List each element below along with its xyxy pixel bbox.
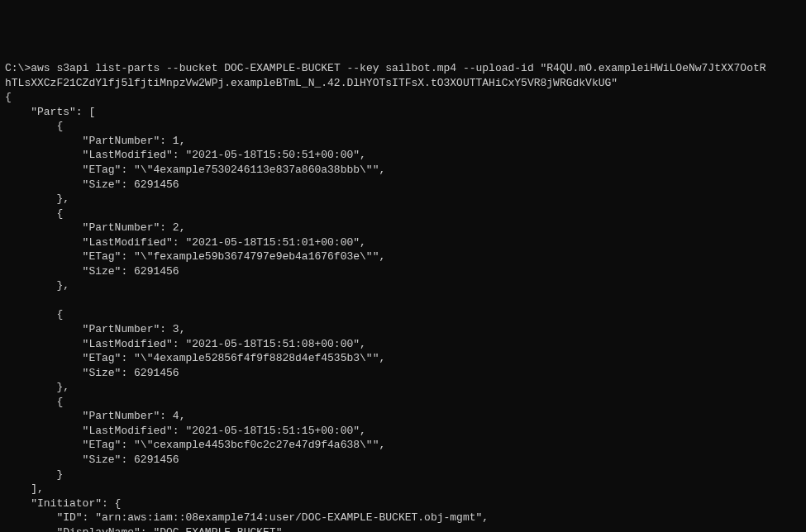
part-number: "PartNumber": 1,	[5, 135, 185, 147]
part-close: },	[5, 279, 69, 292]
prompt: C:\>	[5, 62, 31, 74]
part-open: {	[5, 396, 63, 408]
part-number: "PartNumber": 2,	[5, 221, 185, 234]
initiator-id: "ID": "arn:aws:iam::08example714:user/DO…	[5, 511, 489, 524]
parts-key: "Parts": [	[5, 106, 95, 118]
part-open: {	[5, 120, 63, 132]
part-number: "PartNumber": 4,	[5, 410, 185, 422]
initiator-open: "Initiator": {	[5, 497, 121, 510]
part-lastmodified: "LastModified": "2021-05-18T15:51:08+00:…	[5, 338, 366, 350]
part-lastmodified: "LastModified": "2021-05-18T15:50:51+00:…	[5, 149, 366, 161]
part-size: "Size": 6291456	[5, 367, 179, 379]
part-etag: "ETag": "\"4example52856f4f9f8828d4ef453…	[5, 352, 385, 364]
part-size: "Size": 6291456	[5, 454, 179, 466]
part-lastmodified: "LastModified": "2021-05-18T15:51:01+00:…	[5, 236, 366, 249]
part-etag: "ETag": "\"cexample4453bcf0c2c27e47d9f4a…	[5, 439, 385, 451]
part-size: "Size": 6291456	[5, 265, 179, 278]
parts-close: ],	[5, 482, 44, 495]
part-number: "PartNumber": 3,	[5, 323, 185, 335]
part-close: }	[5, 468, 63, 481]
part-size: "Size": 6291456	[5, 178, 179, 191]
json-open-brace: {	[5, 91, 12, 103]
command-line-1: aws s3api list-parts --bucket DOC-EXAMPL…	[31, 62, 765, 74]
part-open: {	[5, 207, 63, 220]
part-etag: "ETag": "\"4example7530246113e837a860a38…	[5, 164, 385, 176]
part-lastmodified: "LastModified": "2021-05-18T15:51:15+00:…	[5, 425, 366, 437]
part-open: {	[5, 308, 63, 321]
part-close: },	[5, 381, 69, 393]
part-close: },	[5, 192, 69, 205]
part-etag: "ETag": "\"fexample59b3674797e9eb4a1676f…	[5, 250, 385, 263]
initiator-displayname: "DisplayName": "DOC-EXAMPLE-BUCKET"	[5, 526, 282, 532]
terminal-output[interactable]: C:\>aws s3api list-parts --bucket DOC-EX…	[5, 61, 801, 532]
command-line-2: hTLsXXCzF21CZdYlfj5lfjtiMnpzVw2WPj.examp…	[5, 77, 618, 89]
